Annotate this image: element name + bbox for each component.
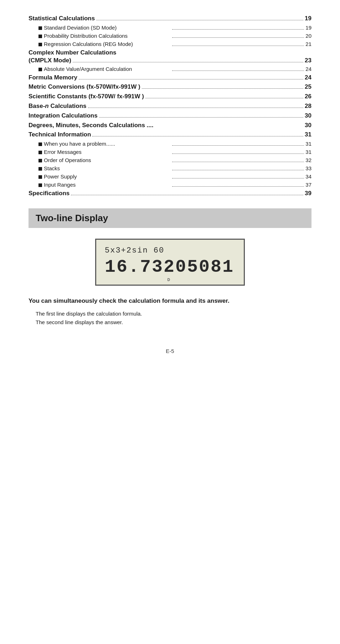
toc-sub-page-sd-mode: 19 — [305, 24, 311, 31]
toc-entry-technical: Technical Information 31 When you have a… — [29, 130, 311, 188]
bullet-icon — [38, 183, 42, 187]
toc-sub-label-error-msg: Error Messages — [44, 148, 82, 156]
toc-label-complex-2: (CMPLX Mode) — [29, 57, 71, 64]
toc-dots-specifications — [71, 195, 303, 195]
toc-sub-abs-val: Absolute Value/Argument Calculation 24 — [29, 65, 311, 73]
display-line2: 16.73205081 — [105, 257, 235, 277]
toc-dots-technical — [92, 136, 303, 136]
toc-dots-formula — [79, 79, 303, 79]
toc-entry-sci-const: Scientific Constants (fx-570W/ fx-991W )… — [29, 92, 311, 101]
toc-sub-dots — [172, 37, 304, 38]
page-number: E-5 — [166, 348, 174, 354]
section-header-two-line: Two-line Display — [29, 208, 311, 228]
toc-sub-dots — [172, 46, 304, 46]
toc-sub-label-power-supply: Power Supply — [44, 173, 77, 180]
bullet-icon — [38, 142, 42, 146]
toc-entry-specifications: Specifications 39 — [29, 189, 311, 198]
bullet-icon — [38, 43, 42, 46]
toc-sub-label-when-problem: When you have a problem...... — [44, 140, 115, 147]
toc-entry-statistical: Statistical Calculations 19 Standard Dev… — [29, 14, 311, 48]
toc-page-specifications: 39 — [305, 189, 311, 198]
toc-sub-dots — [172, 29, 304, 30]
description-lines: The first line displays the calculation … — [36, 310, 311, 327]
toc-sub-label-stacks: Stacks — [44, 165, 60, 172]
toc-label-complex-1: Complex Number Calculations — [29, 49, 117, 56]
toc-sub-dots — [172, 154, 304, 154]
toc-page-degrees: 30 — [305, 121, 311, 130]
toc-sub-prob-dist: Probability Distribution Calculations 20 — [29, 32, 311, 40]
toc-label-base-n: Base-n Calculations — [29, 102, 87, 110]
toc-page-complex: 23 — [305, 57, 311, 64]
toc-sub-dots — [172, 71, 304, 71]
toc-sub-dots — [172, 145, 304, 146]
toc-page-integration: 30 — [305, 111, 311, 120]
toc-sub-page-input-ranges: 37 — [305, 181, 311, 188]
toc-entry-formula: Formula Memory 24 — [29, 73, 311, 82]
toc-sub-when-problem: When you have a problem...... 31 — [29, 140, 311, 147]
toc-dots-metric — [142, 88, 303, 89]
toc-entry-metric: Metric Conversions (fx-570W/​fx-991W ) 2… — [29, 83, 311, 91]
toc-sub-page-abs-val: 24 — [305, 65, 311, 73]
bullet-icon — [38, 68, 42, 71]
bullet-icon — [38, 26, 42, 30]
page-footer: E-5 — [29, 348, 311, 354]
toc-sub-power-supply: Power Supply 34 — [29, 173, 311, 180]
toc-sub-label-input-ranges: Input Ranges — [44, 181, 76, 188]
toc-dots-complex — [73, 62, 303, 62]
toc-sub-page-stacks: 33 — [305, 165, 311, 172]
toc-dots-statistical — [96, 20, 303, 20]
toc-sub-dots — [172, 170, 304, 170]
description-container: You can simultaneously check the calcula… — [29, 296, 311, 327]
toc-sub-page-prob-dist: 20 — [305, 32, 311, 40]
section-title: Two-line Display — [36, 213, 108, 223]
toc-sub-dots — [172, 162, 304, 162]
toc-label-specifications: Specifications — [29, 189, 69, 198]
toc-label-degrees: Degrees, Minutes, Seconds Calculations .… — [29, 121, 153, 130]
toc-label-technical: Technical Information — [29, 130, 91, 139]
toc-label-formula: Formula Memory — [29, 73, 77, 82]
toc-sub-order-ops: Order of Operations 32 — [29, 156, 311, 164]
toc-sub-dots — [172, 186, 304, 187]
toc-label-statistical: Statistical Calculations — [29, 14, 95, 23]
toc-label-integration: Integration Calculations — [29, 111, 98, 120]
toc-entry-integration: Integration Calculations 30 — [29, 111, 311, 120]
description-line2: The second line displays the answer. — [36, 318, 311, 327]
bullet-icon — [38, 175, 42, 179]
bullet-icon — [38, 151, 42, 154]
toc-dots-integration — [99, 117, 303, 118]
toc-dots-sci-const — [145, 98, 303, 98]
toc-label-sci-const: Scientific Constants (fx-570W/ fx-991W ) — [29, 92, 144, 101]
toc-sub-label-reg-calc: Regression Calculations (REG Mode) — [44, 40, 133, 48]
display-line1: 5x3+2sin 60 — [105, 246, 235, 255]
toc-sub-page-when-problem: 31 — [305, 140, 311, 147]
bullet-icon — [38, 159, 42, 162]
toc-sub-error-msg: Error Messages 31 — [29, 148, 311, 156]
toc-page-sci-const: 26 — [305, 92, 311, 101]
toc-page-base-n: 28 — [305, 102, 311, 110]
display-indicator: D — [168, 278, 170, 282]
toc-entry-complex: Complex Number Calculations (CMPLX Mode)… — [29, 48, 311, 73]
toc-sub-stacks: Stacks 33 — [29, 165, 311, 172]
toc-sub-reg-calc: Regression Calculations (REG Mode) 21 — [29, 40, 311, 48]
description-line1: The first line displays the calculation … — [36, 310, 311, 318]
toc-dots-base-n — [88, 108, 304, 108]
toc-sub-label-order-ops: Order of Operations — [44, 156, 91, 164]
toc-sub-label-sd-mode: Standard Deviation (SD Mode) — [44, 24, 117, 31]
toc-sub-label-prob-dist: Probability Distribution Calculations — [44, 32, 128, 40]
toc-entry-degrees: Degrees, Minutes, Seconds Calculations .… — [29, 121, 311, 130]
bullet-icon — [38, 167, 42, 171]
toc-page-metric: 25 — [305, 83, 311, 91]
toc-page-technical: 31 — [305, 130, 311, 139]
toc-sub-dots — [172, 178, 304, 178]
calculator-display: 5x3+2sin 60 16.73205081 D — [95, 239, 245, 286]
toc-sub-input-ranges: Input Ranges 37 — [29, 181, 311, 188]
toc-entry-base-n: Base-n Calculations 28 — [29, 102, 311, 110]
toc-sub-page-error-msg: 31 — [305, 148, 311, 156]
toc-sub-page-power-supply: 34 — [305, 173, 311, 180]
bullet-icon — [38, 35, 42, 38]
toc-container: Statistical Calculations 19 Standard Dev… — [29, 14, 311, 198]
toc-page-statistical: 19 — [305, 14, 311, 23]
description-bold: You can simultaneously check the calcula… — [29, 296, 311, 306]
toc-sub-page-reg-calc: 21 — [305, 40, 311, 48]
toc-sub-sd-mode: Standard Deviation (SD Mode) 19 — [29, 24, 311, 31]
